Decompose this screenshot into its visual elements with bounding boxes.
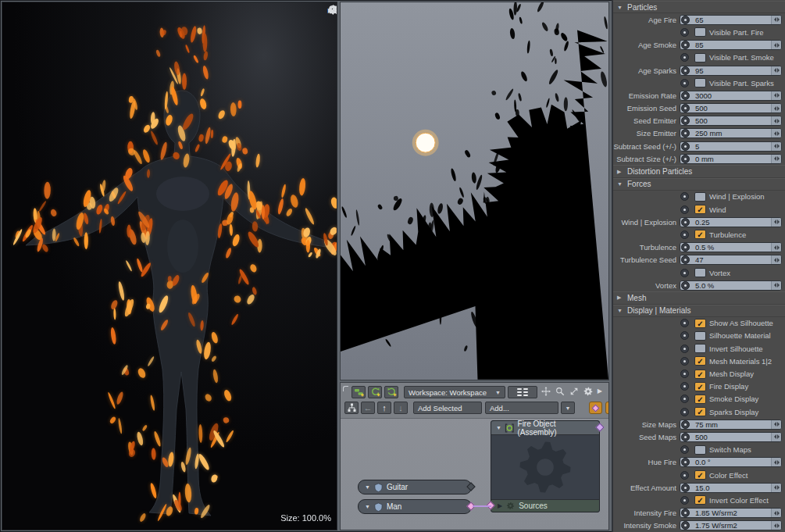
- collapse-triangle-icon[interactable]: ▼: [496, 425, 501, 430]
- section-header-distortion-particles[interactable]: ▶Distortion Particles: [613, 165, 785, 177]
- settings-gear-icon[interactable]: [583, 387, 593, 396]
- add-loop-button[interactable]: [368, 386, 382, 398]
- checkbox-fire-display[interactable]: ✓: [694, 382, 706, 391]
- param-field[interactable]: 75 mm: [680, 420, 782, 430]
- param-field[interactable]: 500: [680, 432, 782, 442]
- connection-wire[interactable]: [473, 505, 491, 507]
- spinner[interactable]: [771, 420, 781, 429]
- checkbox-visible-part-smoke[interactable]: ✓: [694, 53, 706, 62]
- add-dropdown[interactable]: Add...: [485, 402, 558, 414]
- keyframe-icon[interactable]: [681, 255, 690, 264]
- keyframe-icon[interactable]: [680, 395, 689, 403]
- more-arrow-icon[interactable]: ▶: [598, 386, 602, 396]
- keyframe-icon[interactable]: [681, 16, 690, 24]
- node-guitar[interactable]: ▼ Guitar: [358, 480, 472, 495]
- add-cycle-button[interactable]: [384, 386, 398, 398]
- keyframe-icon[interactable]: [680, 269, 689, 277]
- checkbox-mesh-display[interactable]: ✓: [694, 370, 706, 379]
- param-field[interactable]: 500: [680, 103, 782, 113]
- node-fire-object-assembly[interactable]: ▼ Fire Object (Assembly) ▶ Sources: [491, 420, 600, 512]
- workspace-dropdown[interactable]: Workspace: Workspace ▼: [404, 386, 505, 398]
- param-field[interactable]: 0.25: [680, 217, 782, 227]
- viewport-render[interactable]: [340, 2, 609, 380]
- spinner[interactable]: [771, 104, 781, 112]
- spinner[interactable]: [771, 521, 781, 530]
- section-header-particles[interactable]: ▼Particles: [613, 1, 785, 13]
- keyframe-icon[interactable]: [680, 331, 689, 340]
- keyframe-icon[interactable]: [681, 521, 690, 530]
- param-field[interactable]: 95: [680, 66, 782, 76]
- hierarchy-button[interactable]: [344, 402, 359, 414]
- magnify-icon[interactable]: [555, 387, 565, 396]
- spinner[interactable]: [771, 91, 781, 100]
- section-header-display-materials[interactable]: ▼Display | Materials: [613, 305, 785, 317]
- checkbox-wind[interactable]: ✓: [694, 205, 706, 214]
- nav-up-button[interactable]: ↑: [377, 402, 391, 414]
- keyframe-icon[interactable]: [681, 116, 690, 125]
- param-field[interactable]: 0 mm: [680, 154, 782, 164]
- keyframe-icon[interactable]: [681, 458, 690, 466]
- spinner[interactable]: [771, 142, 781, 151]
- checkbox-mesh-materials-1-2[interactable]: ✓: [694, 356, 706, 366]
- spinner[interactable]: [771, 218, 781, 227]
- add-selected-button[interactable]: Add Selected: [413, 402, 482, 414]
- param-field[interactable]: 1.85 W/srm2: [680, 508, 782, 518]
- keyframe-icon[interactable]: [680, 370, 689, 378]
- checkbox-turbulence[interactable]: ✓: [694, 230, 706, 239]
- keyframe-icon[interactable]: [681, 66, 690, 75]
- keyframe-icon[interactable]: [680, 205, 689, 214]
- viewport-3d[interactable]: ▶ Size: 100.0%: [2, 2, 337, 530]
- collapse-triangle-icon[interactable]: ▼: [365, 484, 370, 490]
- keyframe-icon[interactable]: [680, 445, 689, 454]
- keyframe-icon[interactable]: [680, 28, 689, 37]
- param-field[interactable]: 1.75 W/srm2: [680, 520, 782, 530]
- nav-down-button[interactable]: ↓: [394, 402, 408, 414]
- output-connector[interactable]: [466, 482, 475, 491]
- checkbox-vortex[interactable]: ✓: [694, 268, 706, 277]
- keyframe-icon[interactable]: [681, 218, 690, 227]
- keyframe-icon[interactable]: [680, 230, 689, 239]
- circle-toggle-button[interactable]: [605, 402, 609, 414]
- section-header-mesh[interactable]: ▶Mesh: [613, 291, 785, 304]
- diamond-toggle-button[interactable]: [589, 402, 602, 414]
- keyframe-icon[interactable]: [680, 192, 689, 201]
- settings-gear-icon[interactable]: [328, 5, 337, 15]
- panel-corner[interactable]: [343, 386, 348, 391]
- keyframe-icon[interactable]: [680, 79, 689, 87]
- checkbox-switch-maps[interactable]: ✓: [694, 445, 706, 455]
- spinner[interactable]: [771, 433, 781, 441]
- nav-left-button[interactable]: ←: [361, 402, 375, 414]
- fullscreen-icon[interactable]: [569, 387, 579, 396]
- keyframe-icon[interactable]: [680, 357, 689, 366]
- spinner[interactable]: [771, 129, 781, 137]
- spinner[interactable]: [771, 509, 781, 517]
- spinner[interactable]: [771, 243, 781, 252]
- keyframe-icon[interactable]: [681, 129, 690, 137]
- spinner[interactable]: [771, 484, 781, 492]
- node-body[interactable]: [491, 435, 599, 499]
- keyframe-icon[interactable]: [680, 53, 689, 62]
- node-man[interactable]: ▼ Man: [358, 499, 472, 514]
- keyframe-icon[interactable]: [680, 382, 689, 391]
- spinner[interactable]: [771, 41, 781, 49]
- spinner[interactable]: [771, 116, 781, 125]
- checkbox-invert-color-effect[interactable]: ✓: [694, 495, 706, 505]
- spinner[interactable]: [771, 458, 781, 466]
- add-dropdown-caret-button[interactable]: ▼: [561, 402, 575, 414]
- param-field[interactable]: 47: [680, 255, 782, 265]
- keyframe-icon[interactable]: [680, 319, 689, 327]
- section-header-forces[interactable]: ▼Forces: [613, 178, 785, 191]
- checkbox-wind-explosion[interactable]: ✓: [694, 192, 706, 202]
- param-field[interactable]: 3000: [680, 91, 782, 101]
- output-connector[interactable]: [595, 423, 604, 431]
- param-field[interactable]: 250 mm: [680, 128, 782, 138]
- checkbox-invert-silhouette[interactable]: ✓: [694, 344, 706, 353]
- keyframe-icon[interactable]: [681, 41, 690, 49]
- param-field[interactable]: 0.0 °: [680, 457, 782, 467]
- param-field[interactable]: 15.0: [680, 483, 782, 493]
- keyframe-icon[interactable]: [681, 484, 690, 492]
- node-editor[interactable]: Workspace: Workspace ▼ ▶ ← ↑: [340, 382, 609, 530]
- param-field[interactable]: 5: [680, 141, 782, 152]
- keyframe-icon[interactable]: [681, 420, 690, 429]
- param-field[interactable]: 0.5 %: [680, 242, 782, 252]
